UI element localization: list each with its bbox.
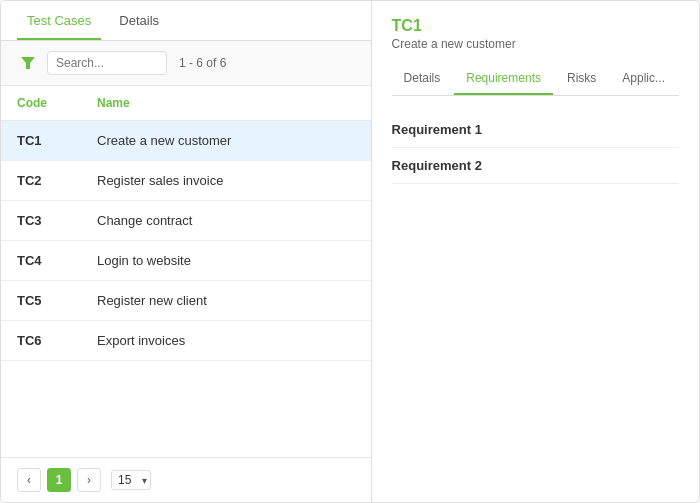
cell-code: TC3 bbox=[1, 201, 81, 241]
right-panel: TC1 Create a new customer Details Requir… bbox=[372, 1, 699, 502]
app-container: Test Cases Details 1 - 6 of 6 Code Name bbox=[0, 0, 700, 503]
cell-name: Export invoices bbox=[81, 321, 371, 361]
cell-code: TC5 bbox=[1, 281, 81, 321]
detail-subtitle: Create a new customer bbox=[392, 37, 679, 51]
detail-tab-risks[interactable]: Risks bbox=[555, 63, 608, 95]
tabs-bar: Test Cases Details bbox=[1, 1, 371, 41]
detail-tab-details[interactable]: Details bbox=[392, 63, 453, 95]
search-input[interactable] bbox=[47, 51, 167, 75]
cell-code: TC2 bbox=[1, 161, 81, 201]
table-container: Code Name TC1 Create a new customer TC2 … bbox=[1, 86, 371, 457]
filter-button[interactable] bbox=[17, 55, 39, 71]
cell-code: TC6 bbox=[1, 321, 81, 361]
page-size-select[interactable]: 15 25 50 bbox=[111, 470, 151, 490]
cell-name: Create a new customer bbox=[81, 121, 371, 161]
cell-name: Register sales invoice bbox=[81, 161, 371, 201]
col-code: Code bbox=[1, 86, 81, 121]
table-row[interactable]: TC6 Export invoices bbox=[1, 321, 371, 361]
left-panel: Test Cases Details 1 - 6 of 6 Code Name bbox=[1, 1, 372, 502]
tab-details[interactable]: Details bbox=[109, 1, 169, 40]
tab-test-cases[interactable]: Test Cases bbox=[17, 1, 101, 40]
cell-name: Register new client bbox=[81, 281, 371, 321]
cell-code: TC4 bbox=[1, 241, 81, 281]
detail-tabs: Details Requirements Risks Applic... bbox=[392, 63, 679, 96]
next-page-button[interactable]: › bbox=[77, 468, 101, 492]
table-row[interactable]: TC1 Create a new customer bbox=[1, 121, 371, 161]
table-row[interactable]: TC3 Change contract bbox=[1, 201, 371, 241]
filter-icon bbox=[21, 57, 35, 69]
table-row[interactable]: TC2 Register sales invoice bbox=[1, 161, 371, 201]
col-name: Name bbox=[81, 86, 371, 121]
cell-code: TC1 bbox=[1, 121, 81, 161]
requirement-item[interactable]: Requirement 1 bbox=[392, 112, 679, 148]
pagination-footer: ‹ 1 › 15 25 50 bbox=[1, 457, 371, 502]
cell-name: Login to website bbox=[81, 241, 371, 281]
toolbar: 1 - 6 of 6 bbox=[1, 41, 371, 86]
table-row[interactable]: TC4 Login to website bbox=[1, 241, 371, 281]
requirements-list: Requirement 1Requirement 2 bbox=[392, 112, 679, 184]
cell-name: Change contract bbox=[81, 201, 371, 241]
page-size-wrapper: 15 25 50 bbox=[107, 470, 151, 490]
detail-tab-applic[interactable]: Applic... bbox=[610, 63, 677, 95]
detail-tab-requirements[interactable]: Requirements bbox=[454, 63, 553, 95]
table-header-row: Code Name bbox=[1, 86, 371, 121]
detail-title: TC1 bbox=[392, 17, 679, 35]
prev-page-button[interactable]: ‹ bbox=[17, 468, 41, 492]
pagination-info: 1 - 6 of 6 bbox=[179, 56, 226, 70]
requirement-item[interactable]: Requirement 2 bbox=[392, 148, 679, 184]
test-cases-table: Code Name TC1 Create a new customer TC2 … bbox=[1, 86, 371, 361]
svg-marker-0 bbox=[21, 57, 35, 69]
current-page-button[interactable]: 1 bbox=[47, 468, 71, 492]
table-row[interactable]: TC5 Register new client bbox=[1, 281, 371, 321]
